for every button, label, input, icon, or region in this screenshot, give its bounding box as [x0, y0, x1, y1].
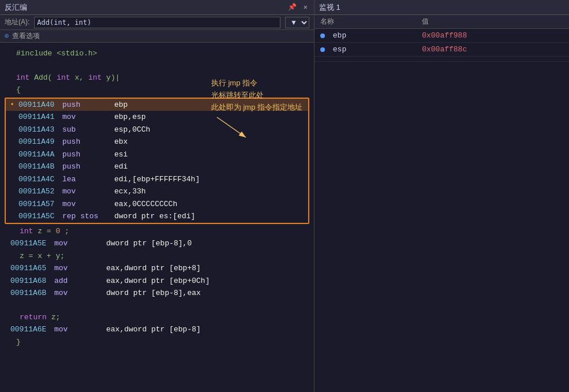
asm-line-00911A6E: 00911A6E mov eax,dword ptr [ebp-8]	[0, 323, 314, 336]
address-label: 地址(A):	[5, 17, 29, 27]
options-row: ⊙ 查看选项	[0, 30, 314, 43]
svg-line-1	[217, 117, 246, 137]
titlebar-icons: 📌 ✕	[286, 3, 309, 12]
watch-name-esp: esp	[315, 43, 416, 57]
asm-line-00911A4B: 00911A4B push edi	[6, 160, 308, 173]
watch-row-ebp[interactable]: ebp 0x00aff988	[315, 29, 569, 43]
source-include: #include <stdio.h>	[8, 48, 97, 59]
disassembly-panel: 反汇编 📌 ✕ 地址(A): ▼ ⊙ 查看选项 执行 jmp 指令 光标跳转至此…	[0, 0, 315, 392]
col-value: 值	[416, 15, 569, 29]
watch-panel: 监视 1 名称 值 ebp 0x00aff988	[315, 0, 569, 392]
asm-line-00911A68: 00911A68 add eax,dword ptr [ebp+0Ch]	[0, 275, 314, 288]
asm-line-00911A57: 00911A57 mov eax,0CCCCCCCCh	[6, 198, 308, 211]
disassembly-titlebar: 反汇编 📌 ✕	[0, 0, 314, 15]
blank-line-1	[0, 60, 314, 72]
watch-content: 名称 值 ebp 0x00aff988 esp 0x	[315, 15, 569, 392]
address-dropdown[interactable]: ▼	[285, 17, 309, 28]
source-brace-close: }	[0, 336, 314, 349]
address-input[interactable]	[34, 17, 280, 28]
source-int-z: int z = 0 ;	[0, 225, 314, 238]
blank-line-2	[0, 300, 314, 311]
dot-icon-esp	[320, 47, 325, 52]
options-toggle-icon[interactable]: ⊙	[5, 32, 9, 40]
options-label: 查看选项	[12, 31, 40, 41]
code-area[interactable]: 执行 jmp 指令 光标跳转至此处 此处即为 jmp 指令指定地址 #inclu…	[0, 43, 314, 392]
asm-line-00911A5C: 00911A5C rep stos dword ptr es:[edi]	[6, 210, 308, 223]
watch-title: 监视 1	[319, 2, 340, 13]
annotation-line3: 此处即为 jmp 指令指定地址	[211, 102, 302, 114]
address-bar: 地址(A): ▼	[0, 15, 314, 30]
watch-value-ebp: 0x00aff988	[416, 29, 569, 43]
annotation-arrow	[211, 114, 257, 143]
disassembly-title: 反汇编	[5, 2, 27, 13]
pin-icon[interactable]: 📌	[286, 3, 298, 12]
annotation-box: 执行 jmp 指令 光标跳转至此处 此处即为 jmp 指令指定地址	[211, 77, 302, 143]
watch-table: 名称 值 ebp 0x00aff988 esp 0x	[315, 15, 569, 62]
watch-row-esp[interactable]: esp 0x00aff88c	[315, 43, 569, 57]
watch-value-esp: 0x00aff88c	[416, 43, 569, 57]
annotation-line1: 执行 jmp 指令	[211, 77, 302, 89]
source-func: int Add( int x, int y)|	[8, 72, 120, 84]
asm-line-00911A6B: 00911A6B mov dword ptr [ebp-8],eax	[0, 287, 314, 300]
asm-line-00911A5E: 00911A5E mov dword ptr [ebp-8],0	[0, 237, 314, 250]
brace-open: {	[8, 84, 21, 96]
close-icon[interactable]: ✕	[302, 3, 309, 12]
source-include-line: #include <stdio.h>	[0, 47, 314, 60]
watch-empty-row[interactable]	[315, 57, 569, 62]
col-name: 名称	[315, 15, 416, 29]
asm-line-00911A65: 00911A65 mov eax,dword ptr [ebp+8]	[0, 262, 314, 275]
dot-icon-ebp	[320, 33, 325, 38]
annotation-line2: 光标跳转至此处	[211, 89, 302, 102]
watch-header-row: 名称 值	[315, 15, 569, 29]
asm-mnemonic: push	[62, 99, 114, 111]
source-return: return z;	[0, 311, 314, 324]
current-arrow: •	[8, 100, 16, 110]
source-z-assign: z = x + y;	[0, 250, 314, 263]
asm-line-00911A52: 00911A52 mov ecx,33h	[6, 185, 308, 198]
watch-empty-name	[315, 57, 416, 62]
asm-addr: 00911A40	[16, 99, 62, 111]
watch-titlebar: 监视 1	[315, 0, 569, 15]
watch-empty-value	[416, 57, 569, 62]
watch-name-ebp: ebp	[315, 29, 416, 43]
asm-line-00911A4A: 00911A4A push esi	[6, 148, 308, 161]
asm-line-00911A4C: 00911A4C lea edi,[ebp+FFFFFF34h]	[6, 173, 308, 186]
